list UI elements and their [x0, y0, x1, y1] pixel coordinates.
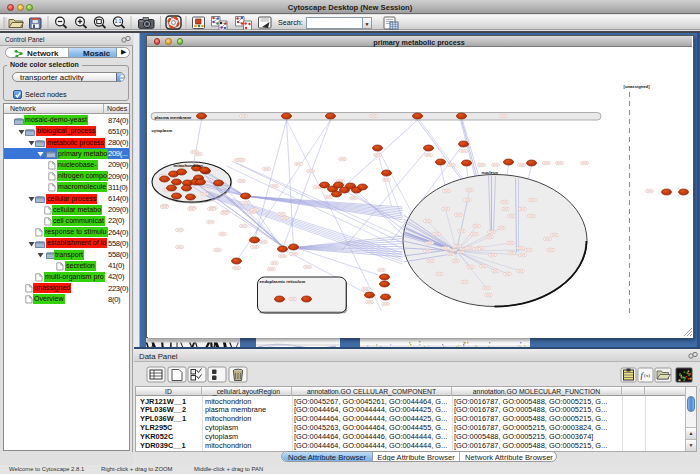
svg-text:plasma membrane: plasma membrane	[154, 115, 191, 120]
svg-text:endoplasmic reticulum: endoplasmic reticulum	[259, 279, 305, 284]
svg-text:cytoplasm: cytoplasm	[151, 128, 172, 133]
svg-text:1:1: 1:1	[115, 19, 122, 24]
svg-text:[unassigned]: [unassigned]	[623, 84, 650, 89]
svg-text:Search:: Search:	[278, 18, 303, 27]
svg-text:mitochondrion: mitochondrion	[173, 163, 203, 168]
svg-text:(x): (x)	[644, 373, 650, 378]
svg-text:nucleus: nucleus	[481, 170, 498, 175]
